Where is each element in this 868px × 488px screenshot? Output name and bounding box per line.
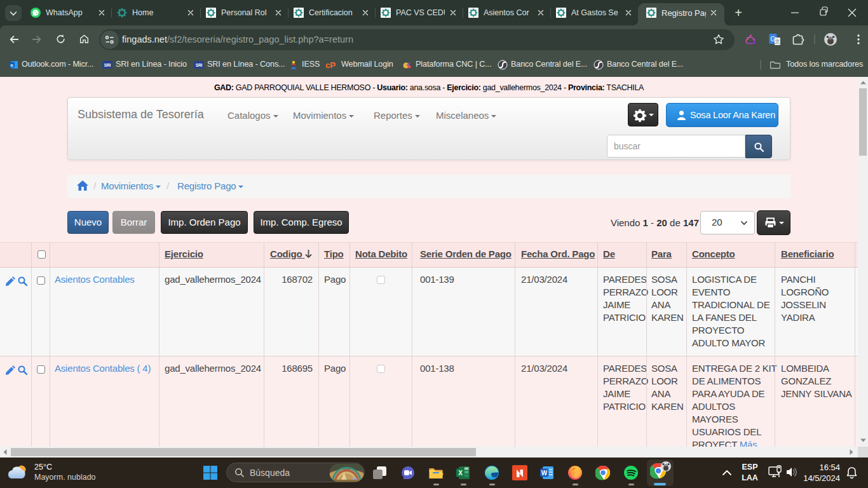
svg-text:文: 文 <box>775 39 780 44</box>
svg-text:W: W <box>541 470 548 477</box>
svg-text:X: X <box>458 470 463 477</box>
svg-text:o: o <box>10 62 13 68</box>
svg-text:SRI: SRI <box>196 63 203 67</box>
svg-text:cP: cP <box>326 60 336 70</box>
svg-text:SRI: SRI <box>104 63 111 67</box>
